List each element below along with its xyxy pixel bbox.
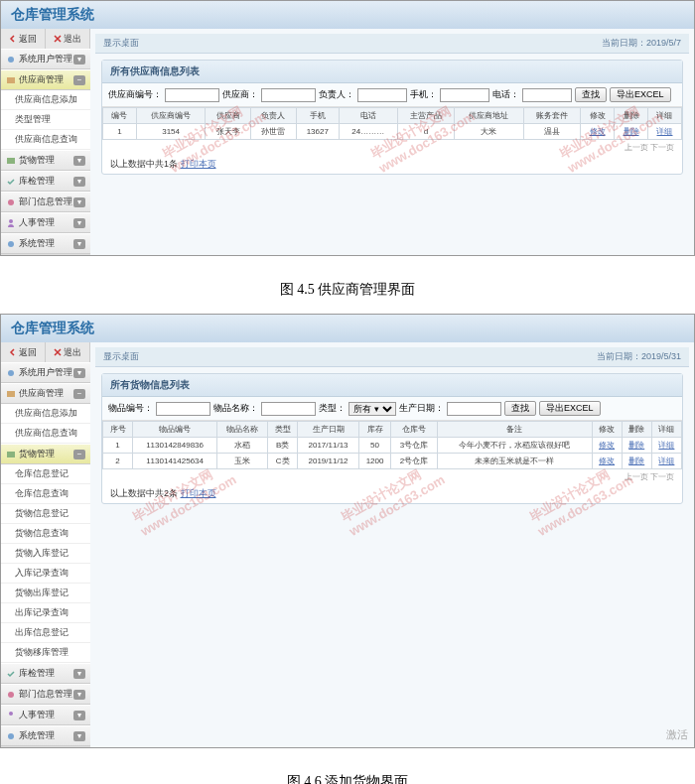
- exit-button[interactable]: 退出: [46, 342, 90, 362]
- table-cell[interactable]: 修改: [592, 438, 622, 454]
- table-cell: 1130142849836: [133, 438, 217, 454]
- content-area: 显示桌面当前日期：2019/5/31 所有货物信息列表 物品编号： 物品名称： …: [90, 342, 694, 747]
- table-cell: 1200: [358, 454, 390, 469]
- input-owner[interactable]: [357, 88, 407, 102]
- sidebar-item-hr[interactable]: 人事管理▾: [1, 212, 90, 233]
- nav-goods-reg[interactable]: 货物信息登记: [1, 504, 90, 524]
- folder-icon: [6, 75, 16, 85]
- nav-wh-reg[interactable]: 仓库信息登记: [1, 464, 90, 484]
- svg-point-0: [8, 57, 14, 63]
- nav-wh-query[interactable]: 仓库信息查询: [1, 484, 90, 504]
- exit-button[interactable]: 退出: [46, 29, 90, 49]
- table-cell[interactable]: 删除: [615, 124, 648, 140]
- sidebar-item-inspect[interactable]: 库检管理▾: [1, 663, 90, 684]
- table-cell[interactable]: 详细: [651, 438, 681, 454]
- input-item-code[interactable]: [156, 402, 210, 416]
- sidebar-item-sys[interactable]: 系统管理▾: [1, 725, 90, 746]
- svg-point-9: [8, 692, 14, 698]
- expand-icon: ▾: [73, 197, 85, 207]
- export-button[interactable]: 导出EXCEL: [539, 401, 601, 416]
- column-header: 备注: [437, 422, 592, 438]
- input-phone[interactable]: [522, 88, 572, 102]
- collapse-icon: −: [73, 450, 85, 459]
- main-area: 返回 退出 系统用户管理▾ 供应商管理− 供应商信息添加 供应商信息查询 货物管…: [1, 342, 694, 747]
- search-button[interactable]: 查找: [504, 401, 536, 416]
- expand-icon: ▾: [73, 711, 85, 720]
- label-owner: 负责人：: [319, 88, 354, 101]
- nav-label: 人事管理: [19, 216, 55, 229]
- svg-rect-8: [7, 452, 15, 457]
- sidebar-item-system-users[interactable]: 系统用户管理▾: [1, 49, 90, 69]
- nav-supplier-query[interactable]: 供应商信息查询: [1, 130, 90, 150]
- table-cell: 水稻: [217, 438, 268, 454]
- print-link[interactable]: 打印本页: [181, 488, 216, 498]
- nav-out-query[interactable]: 出库记录查询: [1, 603, 90, 623]
- nav-supplier-add[interactable]: 供应商信息添加: [1, 90, 90, 110]
- table-cell[interactable]: 删除: [622, 454, 651, 469]
- nav-out-reg[interactable]: 货物出库登记: [1, 584, 90, 603]
- nav-supplier-add[interactable]: 供应商信息添加: [1, 404, 90, 424]
- column-header: 详细: [647, 108, 681, 124]
- select-type[interactable]: 所有 ▾: [348, 402, 396, 416]
- column-header: 修改: [581, 108, 615, 124]
- sidebar-item-hr[interactable]: 人事管理▾: [1, 705, 90, 725]
- nav-label: 系统管理: [19, 237, 55, 250]
- sidebar-item-supplier[interactable]: 供应商管理−: [1, 69, 90, 90]
- table-cell[interactable]: 修改: [592, 454, 622, 469]
- collapse-icon: −: [73, 389, 85, 399]
- app-title: 仓库管理系统: [11, 320, 94, 337]
- nav-in-reg[interactable]: 货物入库登记: [1, 544, 90, 564]
- back-button[interactable]: 返回: [1, 29, 46, 49]
- nav-supplier-query[interactable]: 供应商信息查询: [1, 424, 90, 444]
- sidebar-item-goods[interactable]: 货物管理▾: [1, 150, 90, 171]
- sidebar-item-sys[interactable]: 系统管理▾: [1, 233, 90, 254]
- table-cell: B类: [268, 438, 298, 454]
- column-header: 供应商: [206, 108, 251, 124]
- back-icon: [9, 35, 17, 43]
- table-cell: 大米: [455, 124, 523, 140]
- breadcrumb-home[interactable]: 显示桌面: [103, 37, 139, 50]
- table-cell: 张天李: [206, 124, 251, 140]
- nav-outinfo-reg[interactable]: 出库信息登记: [1, 623, 90, 643]
- nav-label: 货物管理: [19, 154, 55, 167]
- svg-point-4: [9, 219, 13, 223]
- table-cell[interactable]: 删除: [622, 438, 651, 454]
- sidebar-item-system-users[interactable]: 系统用户管理▾: [1, 362, 90, 383]
- sidebar-item-inspect[interactable]: 库检管理▾: [1, 171, 90, 192]
- search-button[interactable]: 查找: [575, 87, 607, 102]
- check-icon: [6, 669, 16, 679]
- svg-point-10: [9, 712, 13, 716]
- expand-icon: ▾: [73, 669, 85, 679]
- input-item-name[interactable]: [261, 402, 316, 416]
- nav-type-manage[interactable]: 类型管理: [1, 110, 90, 130]
- input-supplier[interactable]: [261, 88, 316, 102]
- input-supplier-code[interactable]: [165, 88, 219, 102]
- input-prod-date[interactable]: [447, 402, 501, 416]
- column-header: 删除: [615, 108, 648, 124]
- table-cell[interactable]: 修改: [581, 124, 615, 140]
- sidebar-item-goods[interactable]: 货物管理−: [1, 444, 90, 464]
- table-cell: 玉米: [217, 454, 268, 469]
- back-button[interactable]: 返回: [1, 342, 46, 362]
- screenshot-supplier-management: 仓库管理系统 返回 退出 系统用户管理▾ 供应商管理− 供应商信息添加 类型管理…: [0, 0, 695, 256]
- sidebar-item-dept[interactable]: 部门信息管理▾: [1, 192, 90, 212]
- nav-label: 系统用户管理: [19, 53, 72, 65]
- nav-in-query[interactable]: 入库记录查询: [1, 564, 90, 584]
- table-cell[interactable]: 详细: [651, 454, 681, 469]
- column-header: 账务套件: [523, 108, 581, 124]
- nav-move[interactable]: 货物移库管理: [1, 643, 90, 663]
- breadcrumb-home[interactable]: 显示桌面: [103, 350, 139, 363]
- column-header: 编号: [103, 108, 137, 124]
- pager[interactable]: 上一页 下一页: [102, 469, 682, 484]
- pager[interactable]: 上一页 下一页: [102, 140, 682, 155]
- table-cell[interactable]: 详细: [647, 124, 681, 140]
- input-mobile[interactable]: [440, 88, 489, 102]
- expand-icon: ▾: [73, 55, 85, 65]
- expand-icon: ▾: [73, 177, 85, 187]
- print-link[interactable]: 打印本页: [181, 159, 216, 169]
- export-button[interactable]: 导出EXCEL: [610, 87, 671, 102]
- sidebar-item-dept[interactable]: 部门信息管理▾: [1, 684, 90, 705]
- sidebar-item-supplier[interactable]: 供应商管理−: [1, 383, 90, 404]
- app-header: 仓库管理系统: [1, 315, 694, 342]
- nav-goods-query[interactable]: 货物信息查询: [1, 524, 90, 544]
